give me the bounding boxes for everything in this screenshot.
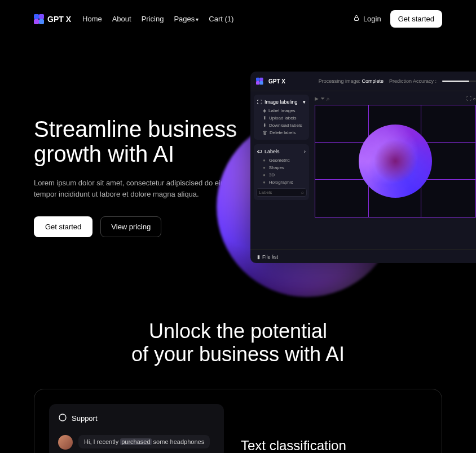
app-logo: GPT X [256, 76, 285, 86]
sidebar-title-labeling[interactable]: ⛶ Image labeling ▾ [256, 98, 307, 107]
label-item-geometric[interactable]: ●Geometric [256, 157, 307, 164]
search-icon: ⌕ [301, 190, 304, 195]
sidebar-item-download-labels[interactable]: ⬇Download labels [256, 122, 307, 129]
app-footer[interactable]: ▮ File list [250, 249, 476, 263]
heading-line2: of your business with AI [131, 343, 345, 366]
file-list-label: File list [262, 254, 278, 260]
chevron-right-icon: › [304, 149, 306, 154]
get-started-button[interactable]: Get started [390, 10, 442, 28]
section-heading: Unlock the potential of your business wi… [34, 319, 442, 366]
section-unlock: Unlock the potential of your business wi… [0, 297, 476, 453]
tags-icon: 🏷 [257, 149, 262, 154]
app-status: Processing image: Complete Prediction Ac… [319, 78, 476, 84]
feature-card-right: Text classification [241, 404, 427, 453]
nav-pages-label: Pages [174, 15, 195, 23]
logo-icon [34, 14, 44, 24]
msg-text: some headphones [152, 438, 205, 445]
nav-cart[interactable]: Cart (1) [209, 15, 233, 23]
label-item-3d[interactable]: ●3D [256, 171, 307, 179]
image-canvas[interactable] [315, 105, 476, 217]
processing-status: Complete [362, 78, 384, 84]
label-item-shapes[interactable]: ●Shapes [256, 164, 307, 171]
message-bubble: Hi, I recently purchased some headphones [78, 435, 210, 448]
chevron-down-icon: ▾ [303, 99, 306, 105]
msg-highlight: purchased [120, 438, 151, 445]
nav-home[interactable]: Home [82, 15, 102, 23]
app-window: GPT X Processing image: Complete Predict… [250, 72, 476, 263]
label-text: Shapes [269, 165, 284, 170]
sidebar-title-label: Labels [265, 149, 280, 154]
feature-card: Support Hi, I recently purchased some he… [34, 389, 442, 453]
tag-icon: ◈ [263, 108, 266, 113]
avatar [58, 435, 73, 450]
nav-right: Login Get started [353, 10, 442, 28]
login-link[interactable]: Login [353, 15, 381, 23]
toolbar: ▶ ⏷ ⌕ ⛶ ↺ [315, 95, 476, 105]
svg-rect-0 [354, 18, 358, 21]
playback-controls[interactable]: ▶ ⏷ ⌕ [315, 96, 329, 101]
app-body: ⛶ Image labeling ▾ ◈Label images ⬆Upload… [250, 91, 476, 249]
sidebar-item-upload-labels[interactable]: ⬆Upload labels [256, 114, 307, 122]
nav-links: Home About Pricing Pages▾ Cart (1) [82, 15, 233, 23]
nav-about[interactable]: About [112, 15, 131, 23]
app-top-bar: GPT X Processing image: Complete Predict… [250, 72, 476, 91]
top-nav: GPT X Home About Pricing Pages▾ Cart (1)… [0, 0, 476, 38]
hero-get-started-button[interactable]: Get started [34, 216, 92, 237]
labels-search[interactable]: Labels ⌕ [256, 188, 307, 197]
sidebar-title-label: Image labeling [265, 99, 298, 105]
chevron-down-icon: ▾ [196, 16, 199, 23]
hero-visual: GPT X Processing image: Complete Predict… [228, 49, 476, 308]
trash-icon: 🗑 [263, 130, 267, 135]
msg-text: Hi, I recently [84, 438, 120, 445]
hero-buttons: Get started View pricing [34, 216, 248, 237]
hero-text: Streamline business growth with AI Lorem… [34, 60, 248, 263]
sidebar-item-delete-labels[interactable]: 🗑Delete labels [256, 129, 307, 136]
sidebar-title-labels[interactable]: 🏷 Labels › [256, 148, 307, 157]
file-icon: ▮ [257, 254, 260, 260]
svg-point-1 [59, 414, 66, 421]
sidebar-item-label: Label images [268, 108, 296, 113]
upload-icon: ⬆ [263, 116, 267, 121]
view-controls[interactable]: ⛶ ↺ [466, 96, 476, 101]
label-text: 3D [269, 172, 275, 177]
label-text: Holographic [269, 180, 293, 185]
bullet-icon: ● [263, 180, 266, 185]
sidebar-panel-labeling: ⛶ Image labeling ▾ ◈Label images ⬆Upload… [254, 95, 309, 140]
chat-icon [58, 413, 67, 424]
chat-preview: Support Hi, I recently purchased some he… [49, 404, 224, 453]
chat-header: Support [58, 413, 215, 424]
sidebar-item-label: Delete labels [270, 130, 296, 135]
bullet-icon: ● [263, 172, 266, 177]
nav-pages[interactable]: Pages▾ [174, 15, 199, 23]
processing-label: Processing image: [319, 78, 360, 84]
app-sidebar: ⛶ Image labeling ▾ ◈Label images ⬆Upload… [250, 91, 312, 249]
bullet-icon: ● [263, 165, 266, 170]
sidebar-item-label: Upload labels [269, 116, 296, 121]
heading-line1: Unlock the potential [149, 319, 327, 343]
label-text: Geometric [269, 158, 290, 163]
lock-icon [353, 15, 360, 23]
sidebar-item-label: Download labels [269, 123, 302, 128]
download-icon: ⬇ [263, 123, 267, 128]
app-brand-name: GPT X [268, 78, 285, 85]
brand-logo[interactable]: GPT X [34, 14, 71, 24]
chat-message: Hi, I recently purchased some headphones [58, 435, 215, 450]
hero: Streamline business growth with AI Lorem… [0, 38, 476, 297]
login-label: Login [363, 15, 381, 23]
feature-title: Text classification [241, 438, 427, 453]
hero-subtitle: Lorem ipsum dolor sit amet, consectetur … [34, 177, 248, 199]
search-placeholder: Labels [259, 190, 272, 195]
hero-title: Streamline business growth with AI [34, 117, 248, 166]
image-preview [359, 125, 432, 198]
brand-name: GPT X [47, 15, 71, 24]
app-logo-icon [256, 78, 263, 85]
sidebar-item-label-images[interactable]: ◈Label images [256, 107, 307, 114]
sidebar-panel-labels: 🏷 Labels › ●Geometric ●Shapes ●3D ●Holog… [254, 144, 309, 200]
chat-title: Support [72, 414, 98, 423]
label-item-holographic[interactable]: ●Holographic [256, 179, 307, 186]
nav-pricing[interactable]: Pricing [142, 15, 164, 23]
view-pricing-button[interactable]: View pricing [100, 216, 161, 237]
accuracy-label: Prediction Accuracy : [389, 78, 437, 84]
bullet-icon: ● [263, 158, 266, 163]
expand-icon: ⛶ [257, 99, 262, 105]
